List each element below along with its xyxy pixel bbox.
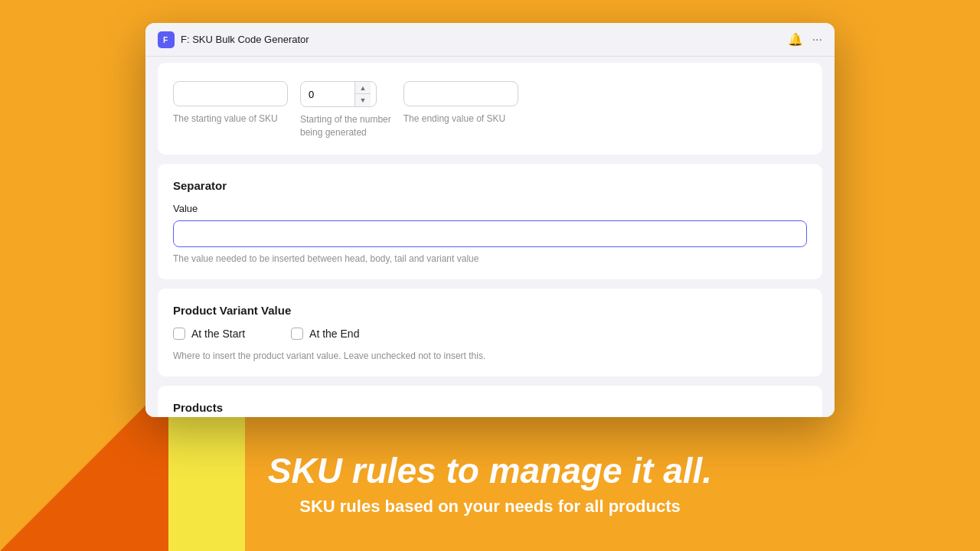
variant-helper: Where to insert the product variant valu… — [173, 350, 807, 361]
marketing-area: SKU rules to manage it all. SKU rules ba… — [0, 417, 980, 551]
sku-start-col: The starting value of SKU — [173, 81, 288, 139]
number-label: Starting of the numberbeing generated — [300, 113, 391, 139]
variant-checkbox-group: At the Start At the End — [173, 328, 807, 340]
sku-inputs-row: The starting value of SKU 0 ▲ ▼ Starting… — [173, 75, 807, 139]
at-start-label: At the Start — [191, 328, 245, 340]
products-card: Products All Products Choose Products — [158, 386, 822, 417]
marketing-headline: SKU rules to manage it all. — [268, 452, 712, 491]
bell-icon[interactable]: 🔔 — [788, 32, 803, 47]
at-start-item[interactable]: At the Start — [173, 328, 245, 340]
number-input[interactable]: 0 — [301, 83, 354, 106]
at-end-label: At the End — [309, 328, 359, 340]
value-label: Value — [173, 203, 807, 214]
sku-range-card: The starting value of SKU 0 ▲ ▼ Starting… — [158, 63, 822, 155]
product-variant-card: Product Variant Value At the Start At th… — [158, 289, 822, 377]
at-end-item[interactable]: At the End — [291, 328, 359, 340]
more-icon[interactable]: ··· — [812, 33, 822, 47]
svg-text:F: F — [163, 36, 168, 44]
title-bar-actions: 🔔 ··· — [788, 32, 822, 47]
separator-card: Separator Value The value needed to be i… — [158, 164, 822, 279]
marketing-subtitle: SKU rules based on your needs for all pr… — [299, 497, 681, 517]
number-spinners: ▲ ▼ — [354, 82, 371, 106]
sku-end-input[interactable] — [403, 81, 518, 106]
separator-title: Separator — [173, 179, 807, 192]
window-title: F: SKU Bulk Code Generator — [181, 34, 309, 45]
at-start-checkbox[interactable] — [173, 328, 185, 340]
app-icon: F — [158, 31, 175, 48]
app-window: F F: SKU Bulk Code Generator 🔔 ··· The s… — [145, 23, 835, 417]
at-end-checkbox[interactable] — [291, 328, 303, 340]
sku-start-label: The starting value of SKU — [173, 112, 288, 126]
separator-helper: The value needed to be inserted between … — [173, 253, 807, 264]
products-title: Products — [173, 401, 807, 414]
content-area: The starting value of SKU 0 ▲ ▼ Starting… — [145, 57, 835, 417]
spinner-up[interactable]: ▲ — [355, 82, 371, 94]
separator-input[interactable] — [173, 220, 807, 247]
sku-end-label: The ending value of SKU — [403, 112, 518, 126]
product-variant-title: Product Variant Value — [173, 304, 807, 317]
sku-start-input[interactable] — [173, 81, 288, 106]
sku-end-col: The ending value of SKU — [403, 81, 518, 139]
title-bar: F F: SKU Bulk Code Generator 🔔 ··· — [145, 23, 835, 57]
number-col: 0 ▲ ▼ Starting of the numberbeing genera… — [300, 81, 391, 139]
number-input-wrapper: 0 ▲ ▼ — [300, 81, 377, 107]
spinner-down[interactable]: ▼ — [355, 94, 371, 106]
